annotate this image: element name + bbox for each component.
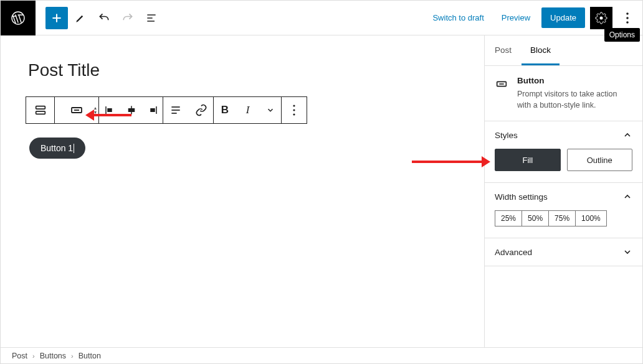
button-block[interactable]: Button 1 xyxy=(29,138,85,159)
tab-post[interactable]: Post xyxy=(486,38,520,65)
style-outline-button[interactable]: Outline xyxy=(567,149,633,171)
svg-rect-4 xyxy=(36,106,45,110)
align-right-icon[interactable] xyxy=(141,97,163,123)
tab-block[interactable]: Block xyxy=(522,38,560,65)
settings-button[interactable] xyxy=(590,7,612,29)
block-options-button[interactable] xyxy=(282,97,307,123)
breadcrumb: Post › Buttons › Button xyxy=(1,347,642,363)
align-center-vert-icon[interactable] xyxy=(120,97,141,123)
more-formatting-button[interactable] xyxy=(259,97,281,123)
align-left-icon[interactable] xyxy=(99,97,120,123)
breadcrumb-post[interactable]: Post xyxy=(12,352,27,360)
width-75-button[interactable]: 75% xyxy=(549,211,576,226)
width-25-button[interactable]: 25% xyxy=(495,211,522,226)
link-icon[interactable] xyxy=(188,97,213,123)
svg-point-19 xyxy=(293,113,295,115)
svg-point-2 xyxy=(626,17,629,19)
text-align-icon[interactable] xyxy=(163,97,188,123)
svg-rect-9 xyxy=(107,108,112,112)
svg-rect-5 xyxy=(36,111,45,114)
options-button[interactable] xyxy=(617,7,637,29)
svg-point-18 xyxy=(293,109,295,111)
block-description: Prompt visitors to take action with a bu… xyxy=(517,89,632,111)
styles-panel-header[interactable]: Styles xyxy=(485,121,642,149)
bold-button[interactable]: B xyxy=(214,97,236,123)
options-tooltip: Options xyxy=(604,28,640,42)
advanced-panel-header[interactable]: Advanced xyxy=(485,238,642,266)
buttons-parent-icon[interactable] xyxy=(26,97,54,123)
button-block-text: Button 1 xyxy=(40,143,73,153)
preview-button[interactable]: Preview xyxy=(495,8,536,27)
width-50-button[interactable]: 50% xyxy=(522,211,549,226)
svg-rect-11 xyxy=(128,108,135,112)
italic-button[interactable]: I xyxy=(236,97,259,123)
wordpress-logo[interactable] xyxy=(1,1,36,35)
advanced-panel-title: Advanced xyxy=(495,248,532,257)
breadcrumb-buttons[interactable]: Buttons xyxy=(40,352,66,360)
block-name: Button xyxy=(517,76,632,85)
chevron-up-icon xyxy=(622,130,632,140)
button-icon xyxy=(495,77,508,111)
svg-point-3 xyxy=(626,21,629,24)
width-panel-header[interactable]: Width settings xyxy=(485,183,642,210)
width-100-button[interactable]: 100% xyxy=(576,211,606,226)
edit-mode-button[interactable] xyxy=(69,7,92,29)
post-title[interactable]: Post Title xyxy=(28,60,459,80)
style-fill-button[interactable]: Fill xyxy=(495,149,561,171)
undo-button[interactable] xyxy=(93,7,115,29)
text-caret xyxy=(74,144,74,153)
breadcrumb-separator: › xyxy=(32,352,35,360)
width-panel-title: Width settings xyxy=(495,192,548,202)
breadcrumb-button[interactable]: Button xyxy=(79,352,101,360)
svg-point-17 xyxy=(293,105,295,106)
update-button[interactable]: Update xyxy=(541,7,585,28)
svg-rect-8 xyxy=(105,106,107,114)
annotation-arrow-toolbar xyxy=(93,114,131,116)
chevron-down-icon xyxy=(622,247,632,257)
svg-rect-13 xyxy=(150,108,155,112)
document-overview-button[interactable] xyxy=(140,7,163,29)
annotation-arrow-styles xyxy=(412,161,483,163)
svg-point-1 xyxy=(626,12,629,15)
redo-button[interactable] xyxy=(117,7,139,29)
chevron-up-icon xyxy=(622,192,632,202)
add-block-button[interactable] xyxy=(45,7,68,29)
svg-rect-12 xyxy=(156,106,157,114)
switch-to-draft-button[interactable]: Switch to draft xyxy=(426,8,490,27)
breadcrumb-separator: › xyxy=(71,352,74,360)
styles-panel-title: Styles xyxy=(495,131,518,140)
